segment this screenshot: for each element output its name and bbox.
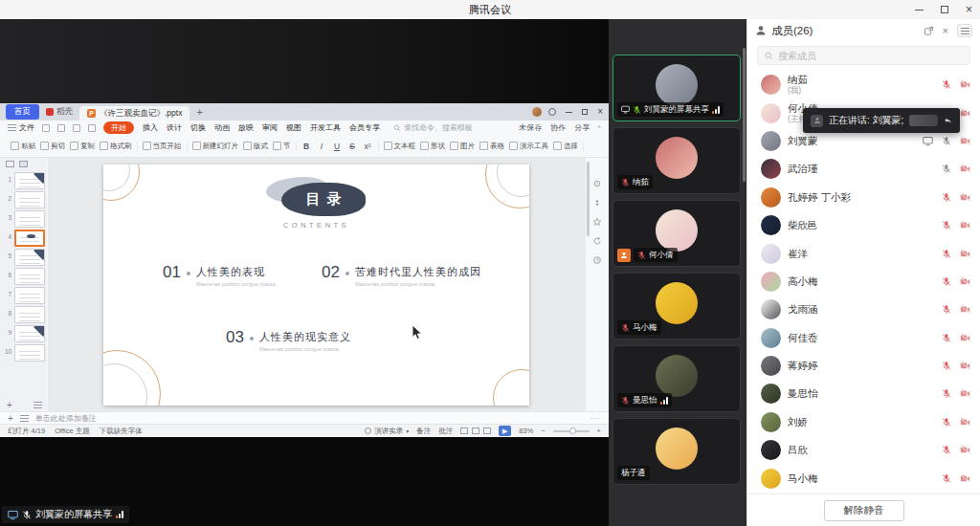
slide-thumbnail-4[interactable]: 4 <box>5 230 46 247</box>
clock-icon[interactable] <box>592 255 602 265</box>
member-row[interactable]: 吕欣 <box>747 436 980 464</box>
add-slide-button[interactable]: + <box>7 400 12 410</box>
camera-status-icon[interactable] <box>960 108 970 119</box>
mic-status-icon[interactable] <box>942 220 951 230</box>
panel-menu-button[interactable] <box>957 24 972 37</box>
wps-docer-tab[interactable]: 稻壳 <box>46 106 73 118</box>
member-row[interactable]: 纳茹 (我) <box>747 71 980 99</box>
toolbar-I[interactable]: I <box>317 142 327 151</box>
mic-status-icon[interactable] <box>942 445 951 455</box>
camera-status-icon[interactable] <box>960 445 970 455</box>
camera-status-icon[interactable] <box>960 333 970 343</box>
toolbar-版式[interactable]: 版式 <box>243 142 268 151</box>
undo-icon[interactable] <box>73 124 80 132</box>
member-row[interactable]: 马小梅 <box>747 464 980 492</box>
ribbon-right-分享[interactable]: 分享 <box>574 122 590 133</box>
member-row[interactable]: 蒋婷婷 <box>747 352 980 380</box>
ribbon-tab-插入[interactable]: 插入 <box>143 122 158 133</box>
toolbar-新建幻灯片[interactable]: 新建幻灯片 <box>192 142 239 151</box>
mic-status-icon[interactable] <box>942 417 951 427</box>
canvas-scrollbar[interactable] <box>587 162 590 236</box>
slide-thumbnail-2[interactable]: 2 <box>5 191 46 208</box>
member-row[interactable]: 崔洋 <box>747 239 980 267</box>
camera-status-icon[interactable] <box>960 473 970 484</box>
member-row[interactable]: 刘娇 <box>747 408 980 436</box>
ribbon-collapse-icon[interactable]: ^ <box>597 123 601 132</box>
save-icon[interactable] <box>42 124 50 132</box>
panel-menu-icon[interactable] <box>33 402 42 408</box>
camera-status-icon[interactable] <box>960 361 970 371</box>
wps-maximize-icon[interactable] <box>582 109 588 115</box>
ribbon-tab-设计[interactable]: 设计 <box>167 122 182 133</box>
refresh-icon[interactable] <box>592 236 602 246</box>
ribbon-tab-开发工具[interactable]: 开发工具 <box>310 122 341 133</box>
notes-toggle[interactable]: 备注 <box>416 427 431 436</box>
member-search[interactable] <box>757 46 970 65</box>
zoom-slider[interactable] <box>553 430 590 432</box>
wps-file-menu[interactable]: 文件 <box>8 122 34 133</box>
wps-home-tab[interactable]: 首页 <box>6 104 39 120</box>
popout-icon[interactable] <box>924 26 934 36</box>
add-note-icon[interactable]: + <box>8 413 13 424</box>
member-row[interactable]: 何佳岙 <box>747 324 980 352</box>
normal-view-icon[interactable] <box>460 427 468 434</box>
toolbar-U[interactable]: U <box>332 142 343 151</box>
mic-status-icon[interactable] <box>942 79 951 90</box>
notes-bar[interactable]: + 单击此处添加备注 ··· <box>0 411 609 424</box>
toolbar-粘贴[interactable]: 粘贴 <box>11 142 35 151</box>
print-icon[interactable] <box>57 124 65 132</box>
camera-status-icon[interactable] <box>960 192 970 203</box>
toolbar-文本框[interactable]: 文本框 <box>384 142 416 151</box>
read-view-icon[interactable] <box>483 427 491 434</box>
member-row[interactable]: 武治瑾 <box>747 155 980 183</box>
camera-status-icon[interactable] <box>960 164 970 174</box>
toolbar-选择[interactable]: 选择 <box>553 142 578 151</box>
toolbar-表格[interactable]: 表格 <box>479 142 504 151</box>
redo-icon[interactable] <box>88 124 96 132</box>
ribbon-search[interactable]: 查找命令、搜索模板 <box>393 122 473 133</box>
mic-status-icon[interactable] <box>942 276 951 287</box>
toolbar-当页开始[interactable]: 当页开始 <box>143 142 182 151</box>
camera-status-icon[interactable] <box>960 136 970 146</box>
record-lecture-button[interactable]: 演讲实录 ▾ <box>365 427 409 436</box>
toolbar-B[interactable]: B <box>301 142 312 151</box>
mic-status-icon[interactable] <box>942 164 951 174</box>
video-tile[interactable]: 马小梅 <box>612 273 741 340</box>
member-row[interactable]: 孔婷婷 丁小彩 <box>747 184 980 211</box>
mic-status-icon[interactable] <box>942 304 951 315</box>
camera-status-icon[interactable] <box>960 388 970 399</box>
camera-status-icon[interactable] <box>960 417 970 427</box>
toolbar-演示工具[interactable]: 演示工具 <box>509 142 548 151</box>
video-tile[interactable]: 曼思怡 <box>612 345 741 412</box>
slides-view-icon[interactable] <box>19 161 28 167</box>
mic-status-icon[interactable] <box>942 361 951 371</box>
wps-document-tab[interactable]: P 《许三观卖血记》.pptx <box>79 106 189 121</box>
toolbar-图片[interactable]: 图片 <box>450 142 475 151</box>
panel-close-icon[interactable]: × <box>943 26 948 36</box>
camera-status-icon[interactable] <box>960 79 970 90</box>
zoom-out-button[interactable]: − <box>541 427 545 435</box>
comments-toggle[interactable]: 批注 <box>438 427 453 436</box>
mic-status-icon[interactable] <box>942 473 951 484</box>
wps-close-icon[interactable]: × <box>597 107 603 117</box>
mic-status-icon[interactable] <box>942 249 951 259</box>
slide-thumbnail-10[interactable]: 10 <box>5 344 46 362</box>
wps-minimize-icon[interactable] <box>566 112 572 113</box>
notes-more-icon[interactable]: ··· <box>590 414 601 423</box>
slide-thumbnail-6[interactable]: 6 <box>5 268 46 285</box>
member-search-input[interactable] <box>778 51 941 61</box>
slide-thumbnail-8[interactable]: 8 <box>5 306 46 323</box>
member-row[interactable]: 曼思怡 <box>747 380 980 407</box>
wps-skin-icon[interactable] <box>548 108 556 116</box>
maximize-icon[interactable] <box>941 6 948 13</box>
filmstrip-scrollbar[interactable] <box>743 48 746 182</box>
sorter-view-icon[interactable] <box>472 427 479 434</box>
toolbar-复制[interactable]: 复制 <box>70 142 95 151</box>
wps-account-avatar[interactable] <box>532 107 542 117</box>
toolbar-形状[interactable]: 形状 <box>420 142 445 151</box>
ribbon-tab-开始[interactable]: 开始 <box>103 121 134 134</box>
member-row[interactable]: 高小梅 <box>747 268 980 296</box>
ribbon-tab-放映[interactable]: 放映 <box>238 122 254 133</box>
toolbar-格式刷[interactable]: 格式刷 <box>100 142 132 151</box>
video-tile[interactable]: 何小倩 <box>612 200 741 267</box>
